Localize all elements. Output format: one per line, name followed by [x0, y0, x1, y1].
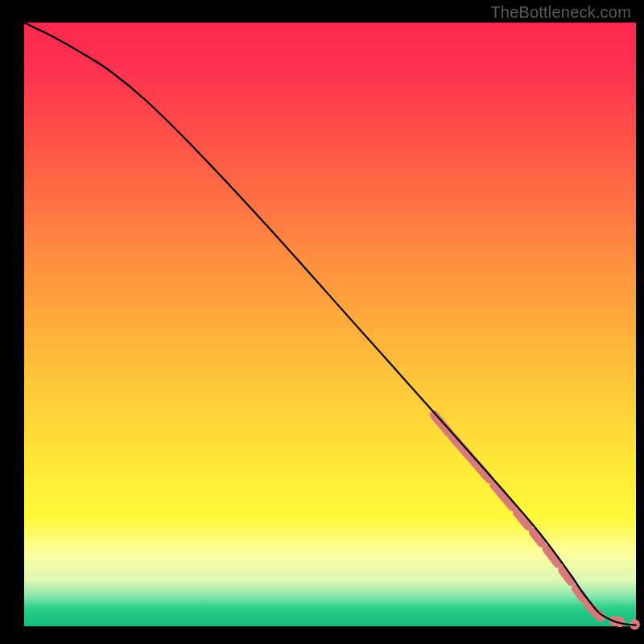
watermark-text: TheBottleneck.com: [490, 3, 631, 22]
plot-background: [24, 23, 636, 626]
chart-svg: [0, 0, 644, 644]
chart-stage: TheBottleneck.com: [0, 0, 644, 644]
svg-line-7: [576, 589, 584, 599]
